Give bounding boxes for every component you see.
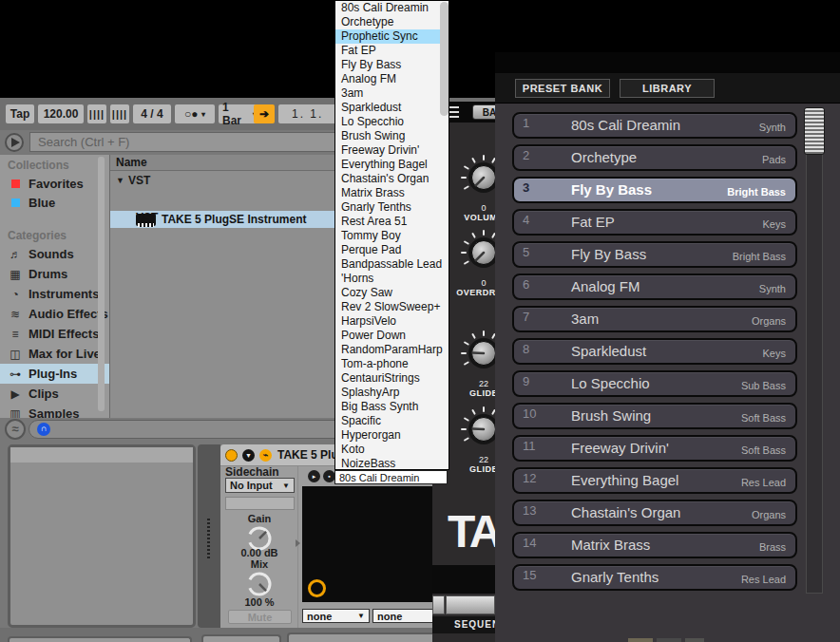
preset-bank-row[interactable]: 15 Gnarly Tenths Res Lead [512, 564, 797, 591]
dropdown-preset-item[interactable]: SplashyArp [335, 386, 449, 400]
sidebar-item-midi-effects[interactable]: ≡ MIDI Effects [0, 324, 109, 344]
gain-value[interactable]: 0.00 dB [221, 547, 297, 558]
plugin-knob[interactable]: 0 OVERDRIVE [455, 230, 495, 298]
knob-graphic[interactable] [461, 230, 495, 275]
knob-graphic[interactable] [461, 406, 495, 452]
preset-bank-row[interactable]: 3 Fly By Bass Bright Bass [512, 177, 797, 203]
dropdown-preset-item[interactable]: HarpsiVelo [335, 314, 449, 329]
collection-item[interactable]: Blue [0, 193, 109, 212]
time-signature-field[interactable]: 4 / 4 [133, 104, 171, 123]
collection-item[interactable]: Favorites [0, 174, 109, 193]
dropdown-preset-item[interactable]: Big Bass Synth [335, 400, 449, 414]
dropdown-preset-item[interactable]: Fly By Bass [335, 58, 449, 72]
mix-knob[interactable] [245, 570, 274, 598]
preset-dropdown-anchor[interactable]: 80s Cali Dreamin [334, 470, 448, 484]
dropdown-preset-item[interactable]: CentauriStrings [335, 371, 449, 386]
dropdown-preset-item[interactable]: Everything Bagel [335, 158, 449, 172]
nudge-down-button[interactable]: |||| [87, 104, 106, 123]
device-activator-led[interactable] [225, 449, 238, 462]
plugin-bank-button[interactable]: BA [472, 104, 495, 120]
dropdown-preset-item[interactable]: Spacific [335, 414, 449, 428]
dropdown-preset-item[interactable]: Bandpassable Lead [335, 257, 449, 272]
dropdown-preset-item[interactable]: Hyperorgan [335, 428, 449, 443]
sidebar-item-instruments[interactable]: ◔ Instruments [0, 284, 109, 304]
preview-wave-icon[interactable]: ≈ [5, 419, 26, 440]
preset-bank-row[interactable]: 7 3am Organs [512, 306, 797, 332]
dropdown-preset-item[interactable]: Tom-a-phone [335, 357, 449, 371]
xy-cursor[interactable] [308, 579, 326, 597]
dropdown-preset-item[interactable]: Rev 2 SlowSweep+ [335, 300, 449, 314]
dropdown-preset-item[interactable]: Chastain's Organ [335, 172, 449, 186]
headphone-icon[interactable]: ∩ [37, 423, 50, 436]
plugin-knob[interactable]: 22 GLIDE [455, 406, 495, 475]
dropdown-preset-item[interactable]: Matrix Brass [335, 186, 449, 200]
dropdown-preset-item[interactable]: Brush Swing [335, 129, 449, 143]
tempo-field[interactable]: 120.00 [38, 104, 84, 123]
browser-collapse-button[interactable] [5, 133, 24, 152]
mix-value[interactable]: 100 % [221, 596, 297, 608]
preset-bank-row[interactable]: 14 Matrix Brass Brass [512, 532, 797, 558]
sidebar-item-audio-effects[interactable]: ≋ Audio Effects [0, 304, 109, 324]
load-preset-button[interactable]: ▸ [308, 470, 320, 482]
dropdown-preset-item[interactable]: Cozy Saw [335, 286, 449, 300]
dropdown-preset-item[interactable]: Prophetic Sync [335, 29, 449, 44]
sequencer-section-label[interactable]: SEQUENCER [432, 616, 495, 633]
dropdown-preset-item[interactable]: RandomParamHarp [335, 343, 449, 357]
dropdown-preset-item[interactable]: Lo Specchio [335, 115, 449, 129]
sidebar-item-max-for-live[interactable]: ◫ Max for Live [0, 344, 109, 364]
bank-scroll-wheel[interactable] [804, 107, 825, 155]
knob-graphic[interactable] [461, 330, 495, 376]
plugin-knob[interactable]: 0 VOLUME [455, 155, 495, 223]
sidebar-scrollbar[interactable] [98, 157, 105, 411]
clip-drop-panel[interactable] [8, 444, 196, 628]
keyboard-key[interactable] [432, 595, 445, 614]
nudge-up-button[interactable]: |||| [110, 104, 129, 123]
tab-library[interactable]: LIBRARY [620, 79, 715, 98]
xy-control-pad[interactable] [302, 486, 433, 602]
dropdown-preset-item[interactable]: Analog FM [335, 72, 449, 86]
dropdown-scrollbar[interactable] [440, 2, 449, 116]
wrench-icon[interactable]: ⌁ [259, 449, 272, 462]
dropdown-preset-item[interactable]: Sparkledust [335, 101, 449, 115]
sidebar-item-drums[interactable]: ▦ Drums [0, 264, 109, 284]
sidebar-item-clips[interactable]: ▶ Clips [0, 384, 109, 404]
dropdown-preset-item[interactable]: 80s Cali Dreamin [335, 1, 449, 15]
dropdown-preset-item[interactable]: 3am [335, 86, 449, 101]
sidebar-item-sounds[interactable]: ♬ Sounds [0, 244, 109, 264]
keyboard-key[interactable] [446, 595, 495, 614]
sidechain-channel-field[interactable] [225, 497, 295, 510]
folder-expand-icon[interactable]: ▼ [116, 173, 124, 189]
preset-bank-row[interactable]: 12 Everything Bagel Res Lead [512, 467, 797, 494]
preset-bank-row[interactable]: 2 Orchetype Pads [512, 144, 797, 171]
dropdown-preset-item[interactable]: Fat EP [335, 44, 449, 58]
sidechain-input-select[interactable]: No Input ▼ [225, 478, 295, 493]
follow-button[interactable]: ➔ [254, 104, 275, 123]
preset-bank-row[interactable]: 5 Fly By Bass Bright Bass [512, 241, 797, 268]
dropdown-preset-item[interactable]: Perque Pad [335, 243, 449, 257]
mute-button[interactable]: Mute [228, 610, 292, 624]
dropdown-preset-item[interactable]: Orchetype [335, 15, 449, 29]
dropdown-preset-item[interactable]: Power Down [335, 329, 449, 343]
param-route-select-1[interactable]: none ▼ [302, 609, 370, 623]
preset-bank-row[interactable]: 1 80s Cali Dreamin Synth [512, 112, 797, 139]
dropdown-preset-item[interactable]: Tommy Boy [335, 229, 449, 243]
device-rack-handle[interactable] [198, 444, 220, 628]
preset-bank-row[interactable]: 13 Chastain's Organ Organs [512, 500, 797, 526]
plugin-knob[interactable]: 22 GLIDE [455, 330, 495, 399]
preset-bank-row[interactable]: 10 Brush Swing Soft Bass [512, 403, 797, 429]
dropdown-preset-item[interactable]: NoizeBass [335, 457, 449, 471]
sidebar-item-plug-ins[interactable]: ⊶ Plug-Ins [0, 364, 109, 384]
param-route-select-2[interactable]: none [372, 609, 433, 623]
knob-graphic[interactable] [461, 155, 495, 200]
tab-preset-bank[interactable]: PRESET BANK [515, 79, 610, 98]
tap-tempo-button[interactable]: Tap [6, 104, 34, 123]
preset-bank-row[interactable]: 11 Freeway Drivin' Soft Bass [512, 435, 797, 462]
preset-bank-row[interactable]: 4 Fat EP Keys [512, 209, 797, 236]
unfold-arrow-icon[interactable] [296, 539, 300, 547]
metronome-button[interactable]: ○● ▾ [175, 104, 215, 123]
dropdown-preset-item[interactable]: 'Horns [335, 272, 449, 286]
dropdown-preset-item[interactable]: Rest Area 51 [335, 215, 449, 229]
device-fold-button[interactable]: ▼ [242, 449, 255, 462]
dropdown-preset-item[interactable]: Koto [335, 443, 449, 457]
bank-scroll-track[interactable] [806, 107, 823, 594]
